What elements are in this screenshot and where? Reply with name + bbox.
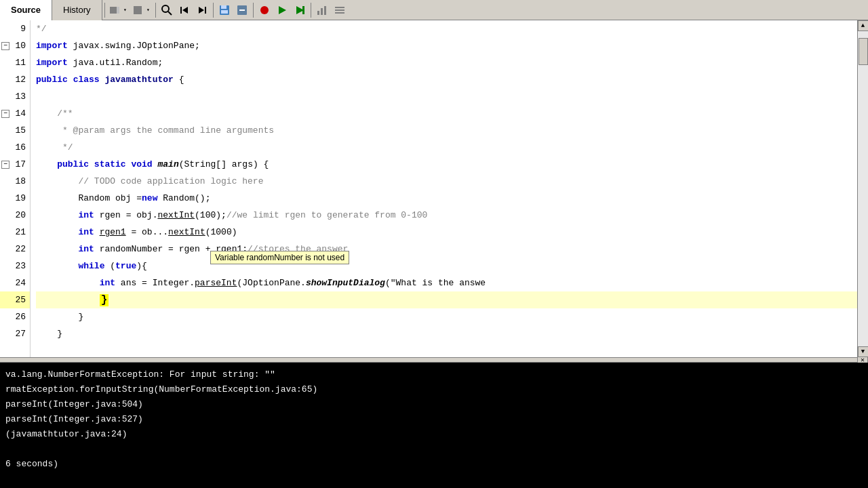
stop-arrow[interactable]: ▾ — [144, 2, 153, 18]
toolbar-sep-5 — [311, 3, 311, 18]
code-line-18: // TODO code application logic here — [36, 173, 857, 190]
fold-icon-14[interactable]: − — [1, 110, 9, 118]
svg-rect-20 — [324, 6, 326, 15]
svg-rect-23 — [335, 12, 344, 14]
code-line-17: public static void main(String[] args) { — [36, 156, 857, 173]
svg-rect-6 — [180, 7, 182, 14]
console-line-4: parseInt(Integer.java:527) — [5, 411, 863, 426]
scroll-thumb[interactable] — [859, 38, 868, 65]
line-num-10[interactable]: − 10 — [0, 37, 30, 54]
stop-btn[interactable] — [131, 2, 144, 18]
line-num-16: 16 — [0, 139, 30, 156]
line-num-25: 25 — [0, 291, 30, 308]
svg-rect-0 — [110, 7, 117, 14]
tab-history[interactable]: History — [52, 0, 102, 20]
editor-container: 9 − 10 11 12 13 − 14 — [0, 20, 868, 357]
tab-source[interactable]: Source — [0, 0, 52, 20]
line-num-12: 12 — [0, 71, 30, 88]
code-line-27: } — [36, 325, 857, 342]
svg-rect-22 — [335, 9, 344, 11]
line-num-9: 9 — [0, 20, 30, 37]
fold-icon-17[interactable]: − — [1, 161, 9, 169]
line-num-13: 13 — [0, 88, 30, 105]
console-area: va.lang.NumberFormatException: For input… — [0, 363, 868, 488]
console-line-1: va.lang.NumberFormatException: For input… — [5, 367, 863, 382]
history-back-btn[interactable] — [176, 2, 193, 18]
toolbar: Source History ▾ ▾ — [0, 0, 868, 20]
svg-rect-17 — [302, 6, 304, 14]
line-num-14[interactable]: − 14 — [0, 105, 30, 122]
code-line-21: int rgen1 = ob...nextInt(1000) — [36, 224, 857, 241]
toolbar-sep-2 — [155, 3, 156, 18]
tooltip: Variable randomNumber is not used — [210, 251, 349, 264]
extra-btn[interactable] — [332, 2, 348, 18]
cut-line-btn[interactable] — [234, 2, 250, 18]
line-num-26: 26 — [0, 308, 30, 325]
svg-rect-18 — [317, 11, 319, 15]
svg-rect-21 — [335, 7, 344, 8]
code-line-20: int rgen = obj.nextInt(100);//we limit r… — [36, 207, 857, 224]
console-line-3: parseInt(Integer.java:504) — [5, 396, 863, 411]
line-num-17[interactable]: − 17 — [0, 156, 30, 173]
code-area[interactable]: */ import javax.swing.JOptionPane; impor… — [31, 20, 857, 357]
scroll-up-arrow[interactable]: ▲ — [858, 20, 869, 31]
code-line-25: } — [36, 291, 857, 308]
editor-area: 9 − 10 11 12 13 − 14 — [0, 20, 868, 357]
line-num-21: 21 — [0, 224, 30, 241]
code-line-19: Random obj = new Random(); — [36, 190, 857, 207]
console-line-2: rmatException.forInputString(NumberForma… — [5, 382, 863, 396]
toolbar-sep-1 — [104, 3, 105, 18]
fold-icon-10[interactable]: − — [1, 42, 9, 50]
toolbar-sep-3 — [213, 3, 214, 18]
code-line-22: int randomNumber = rgen + rgen1; //store… — [36, 241, 857, 258]
line-num-11: 11 — [0, 54, 30, 71]
line-num-20: 20 — [0, 207, 30, 224]
code-line-10: import javax.swing.JOptionPane; — [36, 37, 857, 54]
panel-divider: ✕ — [0, 357, 868, 363]
svg-rect-11 — [221, 10, 228, 14]
debug-btn[interactable] — [292, 2, 308, 18]
console-line-5: (javamathtutor.java:24) — [5, 426, 863, 441]
svg-rect-10 — [221, 5, 226, 9]
svg-rect-8 — [205, 7, 206, 14]
svg-rect-1 — [117, 7, 119, 14]
code-line-14: /** — [36, 105, 857, 122]
console-line-6 — [5, 441, 863, 456]
code-line-24: int ans = Integer.parseInt(JOptionPane.s… — [36, 274, 857, 291]
code-line-13 — [36, 88, 857, 105]
svg-marker-15 — [279, 6, 286, 14]
code-line-26: } — [36, 308, 857, 325]
line-num-15: 15 — [0, 122, 30, 139]
nav-back-group[interactable]: ▾ — [108, 2, 130, 18]
svg-marker-7 — [199, 7, 204, 14]
line-num-24: 24 — [0, 274, 30, 291]
line-num-18: 18 — [0, 173, 30, 190]
code-line-12: public class javamathtutor { — [36, 71, 857, 88]
breakpoint-btn[interactable] — [256, 2, 273, 18]
scroll-down-arrow[interactable]: ▼ — [858, 346, 869, 357]
line-num-19: 19 — [0, 190, 30, 207]
code-line-11: import java.util.Random; — [36, 54, 857, 71]
line-num-23: 23 — [0, 258, 30, 274]
svg-rect-2 — [134, 6, 142, 14]
svg-point-3 — [162, 5, 169, 12]
line-num-27: 27 — [0, 325, 30, 342]
save-btn[interactable] — [216, 2, 233, 18]
line-num-22: 22 — [0, 241, 30, 258]
profile-btn[interactable] — [314, 2, 330, 18]
console-line-7: 6 seconds) — [5, 456, 863, 471]
code-line-23: while (true){ — [36, 258, 857, 274]
svg-line-4 — [168, 12, 172, 15]
find-btn[interactable] — [159, 2, 175, 18]
nav-back-btn[interactable] — [108, 2, 121, 18]
stop-group[interactable]: ▾ — [131, 2, 153, 18]
svg-marker-5 — [182, 7, 188, 14]
code-line-16: */ — [36, 139, 857, 156]
scrollbar-right[interactable]: ▲ ▼ — [857, 20, 868, 357]
nav-back-arrow[interactable]: ▾ — [121, 2, 130, 18]
run-btn[interactable] — [274, 2, 290, 18]
history-fwd-btn[interactable] — [194, 2, 210, 18]
svg-point-14 — [260, 6, 269, 14]
code-line-9: */ — [36, 20, 857, 37]
scroll-track[interactable] — [858, 31, 869, 346]
